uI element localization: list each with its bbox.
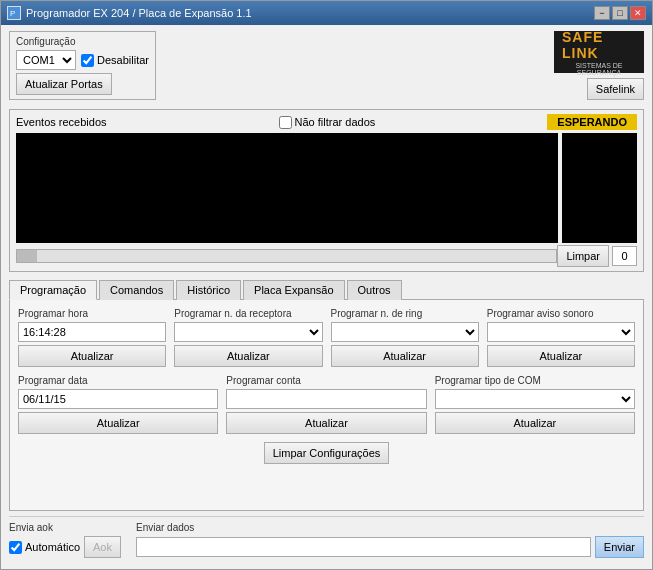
app-icon: P — [7, 6, 21, 20]
window-controls: − □ ✕ — [594, 6, 646, 20]
envia-aok-label: Envia aok — [9, 522, 121, 533]
prog-data-label: Programar data — [18, 375, 218, 386]
prog-grid-row2: Programar data Atualizar Programar conta… — [18, 375, 635, 434]
automatico-checkbox-label: Automático — [9, 541, 80, 554]
limpar-button[interactable]: Limpar — [557, 245, 609, 267]
prog-aviso-select[interactable] — [487, 322, 635, 342]
close-button[interactable]: ✕ — [630, 6, 646, 20]
enviar-dados-label: Enviar dados — [136, 522, 644, 533]
atualizar-portas-button[interactable]: Atualizar Portas — [16, 73, 112, 95]
top-left: Configuração COM1 Desabilitar Atualizar … — [9, 31, 554, 104]
svg-text:P: P — [10, 9, 15, 18]
scrollbar-thumb — [17, 250, 37, 262]
events-display — [16, 133, 558, 243]
disable-checkbox[interactable] — [81, 54, 94, 67]
config-label: Configuração — [16, 36, 149, 47]
prog-hora-input[interactable] — [18, 322, 166, 342]
prog-conta-input[interactable] — [226, 389, 426, 409]
minimize-button[interactable]: − — [594, 6, 610, 20]
eventos-section: Eventos recebidos Não filtrar dados ESPE… — [9, 109, 644, 272]
config-row: COM1 Desabilitar — [16, 50, 149, 70]
automatico-label: Automático — [25, 541, 80, 553]
enviar-input-row: Enviar — [136, 536, 644, 558]
prog-tipo-com-item: Programar tipo de COM Atualizar — [435, 375, 635, 434]
prog-tipo-com-select[interactable] — [435, 389, 635, 409]
prog-ring-item: Programar n. de ring Atualizar — [331, 308, 479, 367]
automatico-checkbox[interactable] — [9, 541, 22, 554]
prog-aviso-label: Programar aviso sonoro — [487, 308, 635, 319]
top-area: Configuração COM1 Desabilitar Atualizar … — [9, 31, 644, 104]
enviar-input[interactable] — [136, 537, 591, 557]
prog-aviso-btn[interactable]: Atualizar — [487, 345, 635, 367]
limpar-config-row: Limpar Configurações — [18, 442, 635, 464]
tab-placa-expansao[interactable]: Placa Expansão — [243, 280, 345, 300]
prog-receptora-select[interactable] — [174, 322, 322, 342]
filtrar-label: Não filtrar dados — [295, 116, 376, 128]
window-title: Programador EX 204 / Placa de Expansão 1… — [26, 7, 252, 19]
disable-label: Desabilitar — [97, 54, 149, 66]
enviar-dados-group: Enviar dados Enviar — [136, 522, 644, 558]
prog-receptora-label: Programar n. da receptora — [174, 308, 322, 319]
prog-grid-row1: Programar hora Atualizar Programar n. da… — [18, 308, 635, 367]
clear-area: Limpar — [557, 245, 637, 267]
tabs-row: Programação Comandos Histórico Placa Exp… — [9, 279, 644, 300]
tabs-container: Programação Comandos Histórico Placa Exp… — [9, 277, 644, 511]
events-display-small — [562, 133, 637, 243]
restore-button[interactable]: □ — [612, 6, 628, 20]
atualizar-portas-row: Atualizar Portas — [16, 73, 149, 95]
filtrar-checkbox-label: Não filtrar dados — [279, 116, 376, 129]
safelink-button[interactable]: Safelink — [587, 78, 644, 100]
tab-outros[interactable]: Outros — [347, 280, 402, 300]
safelink-subtext: SISTEMAS DE SEGURANÇA — [562, 62, 636, 76]
horizontal-scrollbar[interactable] — [16, 249, 557, 263]
scrollbar-area: Limpar — [16, 245, 637, 267]
prog-data-item: Programar data Atualizar — [18, 375, 218, 434]
disable-checkbox-label: Desabilitar — [81, 54, 149, 67]
main-window: P Programador EX 204 / Placa de Expansão… — [0, 0, 653, 570]
prog-tipo-com-label: Programar tipo de COM — [435, 375, 635, 386]
prog-hora-btn[interactable]: Atualizar — [18, 345, 166, 367]
prog-ring-btn[interactable]: Atualizar — [331, 345, 479, 367]
com-select[interactable]: COM1 — [16, 50, 76, 70]
prog-conta-label: Programar conta — [226, 375, 426, 386]
limpar-config-button[interactable]: Limpar Configurações — [264, 442, 390, 464]
filtrar-checkbox[interactable] — [279, 116, 292, 129]
safelink-area: SAFE LINK SISTEMAS DE SEGURANÇA Safelink — [554, 31, 644, 100]
enviar-button[interactable]: Enviar — [595, 536, 644, 558]
prog-receptora-btn[interactable]: Atualizar — [174, 345, 322, 367]
prog-data-input[interactable] — [18, 389, 218, 409]
eventos-header: Eventos recebidos Não filtrar dados ESPE… — [16, 114, 637, 130]
envia-controls: Automático Aok — [9, 536, 121, 558]
prog-hora-item: Programar hora Atualizar — [18, 308, 166, 367]
events-area — [16, 133, 637, 243]
prog-receptora-item: Programar n. da receptora Atualizar — [174, 308, 322, 367]
tab-comandos[interactable]: Comandos — [99, 280, 174, 300]
tab-historico[interactable]: Histórico — [176, 280, 241, 300]
prog-conta-item: Programar conta Atualizar — [226, 375, 426, 434]
safelink-logo: SAFE LINK SISTEMAS DE SEGURANÇA — [554, 31, 644, 73]
prog-data-btn[interactable]: Atualizar — [18, 412, 218, 434]
envia-aok-group: Envia aok Automático Aok — [9, 522, 121, 558]
prog-ring-label: Programar n. de ring — [331, 308, 479, 319]
prog-conta-btn[interactable]: Atualizar — [226, 412, 426, 434]
prog-hora-label: Programar hora — [18, 308, 166, 319]
titlebar: P Programador EX 204 / Placa de Expansão… — [1, 1, 652, 25]
tab-content-programacao: Programar hora Atualizar Programar n. da… — [9, 300, 644, 511]
safelink-brand: SAFE LINK — [562, 29, 636, 61]
tab-programacao[interactable]: Programação — [9, 280, 97, 300]
count-input — [612, 246, 637, 266]
aok-button[interactable]: Aok — [84, 536, 121, 558]
main-content: Configuração COM1 Desabilitar Atualizar … — [1, 25, 652, 569]
prog-aviso-item: Programar aviso sonoro Atualizar — [487, 308, 635, 367]
prog-tipo-com-btn[interactable]: Atualizar — [435, 412, 635, 434]
titlebar-left: P Programador EX 204 / Placa de Expansão… — [7, 6, 252, 20]
bottom-row: Envia aok Automático Aok Enviar dados En… — [9, 516, 644, 563]
prog-ring-select[interactable] — [331, 322, 479, 342]
eventos-label: Eventos recebidos — [16, 116, 107, 128]
status-badge: ESPERANDO — [547, 114, 637, 130]
